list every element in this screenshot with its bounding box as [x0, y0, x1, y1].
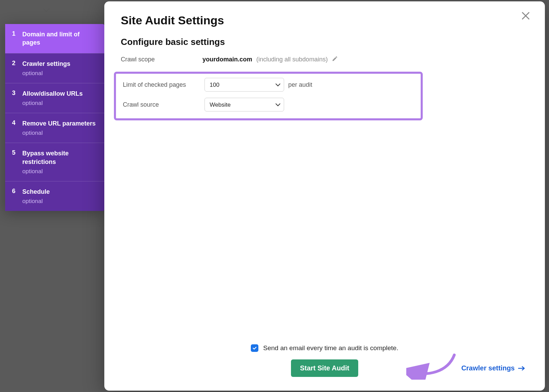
email-label: Send an email every time an audit is com… — [263, 344, 398, 352]
background-chevron — [43, 8, 50, 14]
crawl-source-label: Crawl source — [123, 101, 205, 108]
step-optional: optional — [22, 100, 98, 107]
limit-label: Limit of checked pages — [123, 81, 205, 88]
crawler-settings-link[interactable]: Crawler settings — [461, 364, 525, 372]
step-optional: optional — [22, 70, 98, 77]
step-title: Schedule — [22, 188, 98, 196]
step-title: Bypass website restrictions — [22, 149, 98, 166]
wizard-step-schedule[interactable]: 6 Schedule optional — [5, 181, 105, 211]
modal-title: Site Audit Settings — [121, 14, 528, 27]
step-title: Crawler settings — [22, 60, 98, 68]
crawl-source-row: Crawl source Website — [121, 98, 416, 111]
wizard-sidebar: 1 Domain and limit of pages 2 Crawler se… — [5, 24, 105, 211]
crawl-scope-note: (including all subdomains) — [256, 56, 328, 63]
highlighted-settings-group: Limit of checked pages 100 per audit Cra… — [114, 72, 423, 120]
step-number: 6 — [12, 188, 22, 205]
wizard-step-domain-limit[interactable]: 1 Domain and limit of pages — [5, 24, 105, 53]
email-notification-row: Send an email every time an audit is com… — [251, 344, 398, 352]
step-number: 3 — [12, 90, 22, 107]
step-number: 2 — [12, 60, 22, 77]
step-optional: optional — [22, 168, 98, 175]
wizard-step-crawler-settings[interactable]: 2 Crawler settings optional — [5, 53, 105, 83]
crawler-settings-link-label: Crawler settings — [461, 364, 515, 372]
start-site-audit-button[interactable]: Start Site Audit — [291, 359, 358, 377]
wizard-step-bypass-restrictions[interactable]: 5 Bypass website restrictions optional — [5, 143, 105, 181]
settings-modal: Site Audit Settings Configure basic sett… — [104, 1, 545, 391]
step-optional: optional — [22, 198, 98, 205]
limit-select[interactable]: 100 — [205, 78, 284, 92]
limit-row: Limit of checked pages 100 per audit — [121, 78, 416, 92]
crawl-scope-label: Crawl scope — [121, 56, 202, 63]
step-optional: optional — [22, 130, 98, 136]
crawl-source-select[interactable]: Website — [205, 98, 284, 111]
wizard-step-allow-disallow[interactable]: 3 Allow/disallow URLs optional — [5, 83, 105, 113]
step-number: 5 — [12, 149, 22, 175]
arrow-right-icon — [518, 366, 525, 371]
crawl-scope-row: Crawl scope yourdomain.com (including al… — [121, 56, 528, 63]
close-icon[interactable] — [521, 11, 530, 21]
step-title: Allow/disallow URLs — [22, 90, 98, 98]
step-title: Remove URL parameters — [22, 119, 98, 128]
step-number: 1 — [12, 30, 22, 47]
modal-footer: Send an email every time an audit is com… — [121, 344, 528, 377]
pencil-icon[interactable] — [332, 56, 338, 63]
limit-suffix: per audit — [288, 81, 312, 88]
email-checkbox[interactable] — [251, 344, 258, 352]
step-title: Domain and limit of pages — [22, 30, 98, 47]
modal-subtitle: Configure basic settings — [121, 37, 528, 47]
crawl-scope-domain: yourdomain.com — [202, 56, 252, 63]
wizard-step-remove-url-params[interactable]: 4 Remove URL parameters optional — [5, 113, 105, 143]
step-number: 4 — [12, 119, 22, 136]
